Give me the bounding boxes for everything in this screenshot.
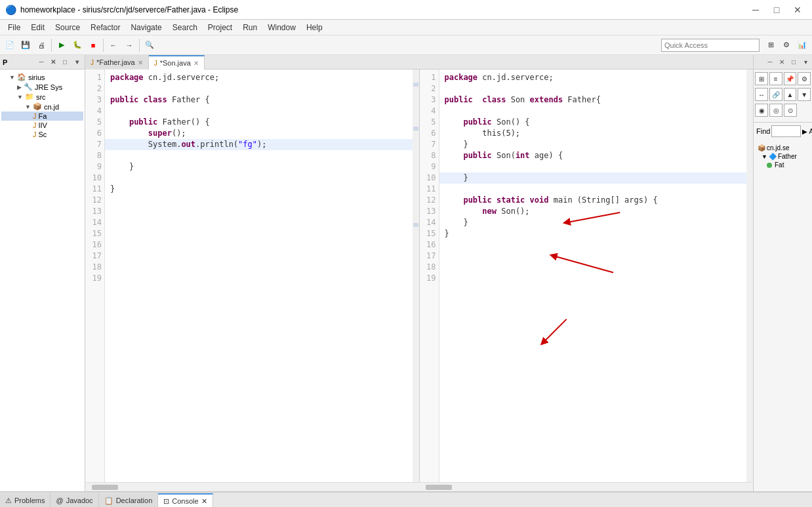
rp-btn-11[interactable]: ⊙ xyxy=(784,104,797,117)
file-icon-father: J xyxy=(91,59,94,66)
son-scrollbar-v[interactable] xyxy=(746,70,753,482)
menu-window[interactable]: Window xyxy=(262,22,301,33)
find-label: Find xyxy=(756,127,770,135)
menu-edit[interactable]: Edit xyxy=(26,22,50,33)
father-hscroll[interactable] xyxy=(85,483,419,491)
project-icon: 🏠 xyxy=(17,73,26,81)
debug-button[interactable]: 🐛 xyxy=(70,38,85,52)
tree-item-father[interactable]: J Fa xyxy=(1,112,83,121)
rp-btn-4[interactable]: ⚙ xyxy=(798,72,811,85)
son-line-numbers: 12345678910111213141516171819 xyxy=(420,70,439,482)
close-tab-console[interactable]: ✕ xyxy=(201,497,207,506)
menu-navigate[interactable]: Navigate xyxy=(125,22,167,33)
father-code-scroll[interactable]: 12345678910111213141516171819 package cn… xyxy=(85,70,419,482)
scroll-mini-2 xyxy=(413,127,418,131)
expand-triangle: ▼ xyxy=(761,153,767,160)
close-tab-father[interactable]: ✕ xyxy=(138,59,143,66)
outline-panel: ─ ✕ □ ▾ ⊞ ≡ 📌 ⚙ ↔ 🔗 ▲ ▼ ◉ ◎ ⊙ xyxy=(753,55,812,491)
find-bar: Find ▶ A xyxy=(754,122,812,140)
menu-source[interactable]: Source xyxy=(50,22,85,33)
tree-item-cnjd[interactable]: ▼ 📦 cn.jd xyxy=(1,102,83,112)
quick-access-container xyxy=(661,39,760,52)
tab-problems[interactable]: ⚠ Problems xyxy=(0,493,51,507)
outline-menu[interactable]: ▾ xyxy=(800,57,811,68)
rp-btn-8[interactable]: ▼ xyxy=(798,88,811,101)
find-aa-icon[interactable]: A xyxy=(809,128,812,135)
stop-button[interactable]: ■ xyxy=(86,38,100,52)
tree-item-jre[interactable]: ▶ 🔧 JRE Sys xyxy=(1,82,83,92)
menu-panel-icon[interactable]: ▾ xyxy=(71,57,82,68)
toolbar-icon-1[interactable]: ⚙ xyxy=(779,38,794,52)
java-icon-iiv: J xyxy=(33,121,37,129)
menu-file[interactable]: File xyxy=(3,22,26,33)
toolbar-icon-2[interactable]: 📊 xyxy=(795,38,809,52)
declaration-icon: 📋 xyxy=(104,497,113,505)
package-explorer-panel: P ─ ✕ □ ▾ ▼ 🏠 sirius ▶ 🔧 JRE Sys ▼ 📁 xyxy=(0,55,85,491)
run-button[interactable]: ▶ xyxy=(54,38,69,52)
outline-maximize[interactable]: □ xyxy=(788,57,799,68)
outline-node-cnjd[interactable]: 📦 cn.jd.se xyxy=(756,144,809,152)
close-panel-icon[interactable]: ✕ xyxy=(48,57,58,68)
rp-btn-9[interactable]: ◉ xyxy=(755,104,768,117)
tree-item-sc[interactable]: J Sc xyxy=(1,130,83,139)
son-code-scroll[interactable]: 12345678910111213141516171819 package cn… xyxy=(420,70,754,482)
tab-javadoc[interactable]: @ Javadoc xyxy=(51,493,98,507)
father-scrollbar-v[interactable] xyxy=(413,70,419,482)
rp-btn-3[interactable]: 📌 xyxy=(784,72,797,85)
back-button[interactable]: ← xyxy=(106,38,121,52)
toolbar-separator-2 xyxy=(103,39,104,52)
maximize-button[interactable]: □ xyxy=(767,3,786,16)
maximize-panel-icon[interactable]: □ xyxy=(60,57,70,68)
tree-label-jre: JRE Sys xyxy=(35,83,62,91)
outline-label-cnjd: cn.jd.se xyxy=(767,144,789,152)
rp-btn-7[interactable]: ▲ xyxy=(784,88,797,101)
forward-button[interactable]: → xyxy=(122,38,136,52)
rp-row-3: ◉ ◎ ⊙ xyxy=(755,104,811,117)
tree-item-iiv[interactable]: J IIV xyxy=(1,121,83,130)
tree-item-sirius[interactable]: ▼ 🏠 sirius xyxy=(1,72,83,82)
close-tab-son[interactable]: ✕ xyxy=(193,60,199,67)
package-explorer-tree: ▼ 🏠 sirius ▶ 🔧 JRE Sys ▼ 📁 src ▼ 📦 cn.jd… xyxy=(0,70,85,491)
title-bar: 🔵 homeworkplace - sirius/src/cn/jd/serve… xyxy=(0,0,812,20)
father-code-content[interactable]: package cn.jd.serverce; public class Fat… xyxy=(105,70,413,482)
window-title: homeworkplace - sirius/src/cn/jd/serverc… xyxy=(20,5,238,14)
son-hscroll[interactable] xyxy=(419,483,753,491)
tab-console[interactable]: ⊡ Console ✕ xyxy=(158,493,213,507)
son-code-content[interactable]: package cn.jd.serverce; public class Son… xyxy=(439,70,747,482)
outline-minimize[interactable]: ─ xyxy=(765,57,775,68)
collapse-icon[interactable]: ─ xyxy=(36,57,47,68)
tab-son-java[interactable]: J *Son.java ✕ xyxy=(149,55,205,70)
tab-declaration[interactable]: 📋 Declaration xyxy=(99,493,159,507)
outline-node-fat-constructor[interactable]: Fat xyxy=(756,161,809,169)
menu-run[interactable]: Run xyxy=(237,22,262,33)
titlebar-left: 🔵 homeworkplace - sirius/src/cn/jd/serve… xyxy=(5,5,238,15)
menu-project[interactable]: Project xyxy=(203,22,237,33)
tab-father-java[interactable]: J *Father.java ✕ xyxy=(85,55,149,70)
menu-help[interactable]: Help xyxy=(301,22,328,33)
expand-icon: ▼ xyxy=(17,94,23,100)
quick-access-input[interactable] xyxy=(661,39,760,52)
save-button[interactable]: 💾 xyxy=(18,38,33,52)
outline-close[interactable]: ✕ xyxy=(777,57,787,68)
rp-btn-5[interactable]: ↔ xyxy=(755,88,768,101)
minimize-button[interactable]: ─ xyxy=(746,3,765,16)
rp-btn-1[interactable]: ⊞ xyxy=(755,72,768,85)
menu-search[interactable]: Search xyxy=(167,22,203,33)
outline-toolbar: ⊞ ≡ 📌 ⚙ ↔ 🔗 ▲ ▼ ◉ ◎ ⊙ xyxy=(754,70,812,119)
rp-btn-6[interactable]: 🔗 xyxy=(769,88,782,101)
find-input[interactable] xyxy=(771,125,801,137)
rp-btn-2[interactable]: ≡ xyxy=(769,72,782,85)
rp-btn-10[interactable]: ◎ xyxy=(769,104,782,117)
editor-area: J *Father.java ✕ J *Son.java ✕ 123456789… xyxy=(85,55,753,491)
open-perspective[interactable]: ⊞ xyxy=(763,38,778,52)
print-button[interactable]: 🖨 xyxy=(34,38,49,52)
tree-item-src[interactable]: ▼ 📁 src xyxy=(1,92,83,102)
search-button[interactable]: 🔍 xyxy=(142,38,157,52)
menu-refactor[interactable]: Refactor xyxy=(85,22,125,33)
new-button[interactable]: 📄 xyxy=(3,38,17,52)
find-next-icon[interactable]: ▶ xyxy=(802,128,807,135)
outline-node-father[interactable]: ▼ 🔷 Father xyxy=(756,152,809,161)
titlebar-controls[interactable]: ─ □ ✕ xyxy=(746,3,807,16)
close-button[interactable]: ✕ xyxy=(788,3,807,16)
tab-label-problems: Problems xyxy=(14,497,45,504)
